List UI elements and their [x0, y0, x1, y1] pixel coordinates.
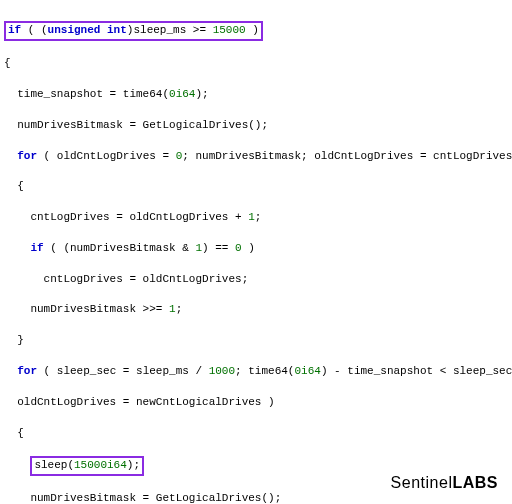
logo-part-1: Sentinel [391, 474, 453, 491]
keyword-if: if [30, 242, 43, 254]
keyword-if: if [8, 24, 21, 36]
highlight-sleep-call: sleep(15000i64); [30, 456, 144, 475]
brace-open: { [4, 56, 508, 71]
code-line: numDrivesBitmask = GetLogicalDrives(); [4, 118, 508, 133]
code-snippet: if ( (unsigned int)sleep_ms >= 15000 ) {… [0, 0, 512, 504]
keyword-for: for [17, 365, 37, 377]
keyword-for: for [17, 150, 37, 162]
sentinel-labs-logo: SentinelLABS [391, 472, 498, 494]
logo-part-2: LABS [452, 474, 498, 491]
keyword-unsigned-int: unsigned int [48, 24, 127, 36]
highlight-condition-top: if ( (unsigned int)sleep_ms >= 15000 ) [4, 21, 263, 40]
literal-15000: 15000 [213, 24, 246, 36]
